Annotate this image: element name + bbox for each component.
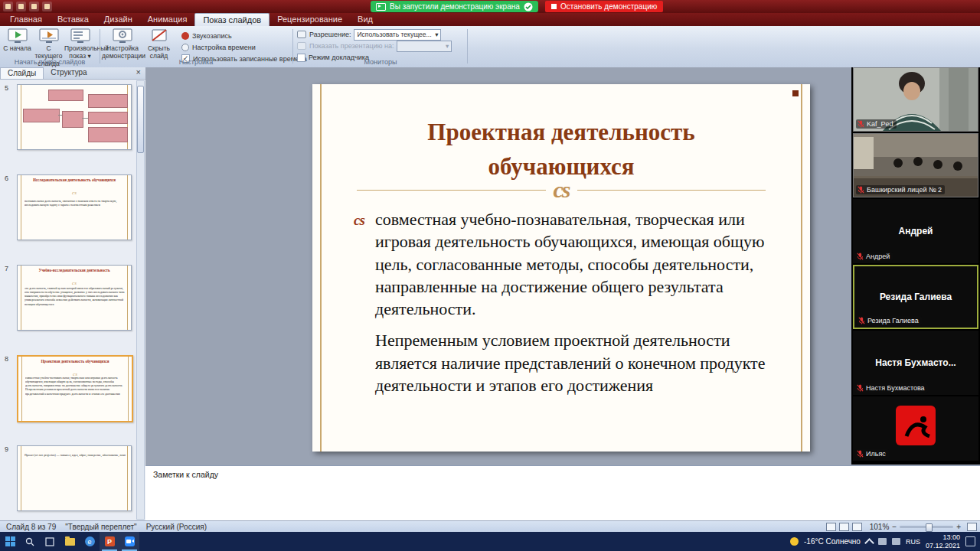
- tab-design[interactable]: Дизайн: [96, 13, 140, 26]
- tab-slideshow[interactable]: Показ слайдов: [194, 13, 270, 27]
- undo-icon[interactable]: [29, 2, 39, 11]
- record-narration-label: Звукозапись: [192, 32, 232, 40]
- zoom-slider-thumb[interactable]: [926, 523, 933, 532]
- rehearse-timings-button[interactable]: Настройка времени: [181, 42, 307, 52]
- app-icon[interactable]: [3, 2, 13, 11]
- slide-thumbnail-9[interactable]: Проект (от лат. projectus) — замысел, ид…: [17, 445, 132, 511]
- zoom-level[interactable]: 101%: [870, 523, 890, 531]
- file-explorer-button[interactable]: [60, 532, 80, 551]
- notes-pane[interactable]: Заметки к слайду: [145, 465, 980, 521]
- slide-title-line1: Проектная деятельность: [312, 115, 810, 149]
- thumb-body: Проект (от лат. projectus) — замысел, ид…: [24, 454, 127, 458]
- start-button[interactable]: [0, 532, 20, 551]
- record-narration-button[interactable]: Звукозапись: [181, 31, 307, 41]
- diagram-box: [48, 90, 83, 101]
- search-icon: [25, 537, 34, 546]
- search-button[interactable]: [20, 532, 40, 551]
- tab-review[interactable]: Рецензирование: [270, 13, 350, 26]
- resolution-combobox[interactable]: Использовать текущее... ▾: [354, 29, 441, 41]
- save-icon[interactable]: [16, 2, 26, 11]
- slides-panel: Слайды Структура × 5 6 Исследовательская…: [0, 67, 146, 520]
- clock[interactable]: 13:00 07.12.2021: [926, 533, 960, 549]
- participant-name: Андрей: [866, 253, 890, 260]
- chevron-down-icon: ▾: [446, 42, 449, 50]
- network-icon[interactable]: [878, 538, 887, 545]
- quick-access-toolbar: [3, 2, 52, 11]
- task-view-button[interactable]: [40, 532, 60, 551]
- ribbon-separator: [100, 29, 100, 64]
- slide-sorter-view-button[interactable]: [839, 523, 849, 531]
- setup-slideshow-button[interactable]: Настройка демонстрации: [102, 26, 143, 60]
- browser-icon: e: [85, 536, 95, 546]
- thumb-body: это деятельность, главной целью которой …: [24, 287, 127, 306]
- participant-label: Башкирский лицей № 2: [856, 185, 945, 194]
- powerpoint-button[interactable]: P: [100, 532, 119, 551]
- slide-position-indicator: Слайд 8 из 79: [6, 523, 56, 531]
- clock-icon: [181, 44, 189, 51]
- close-panel-button[interactable]: ×: [132, 67, 145, 79]
- monitor-current-icon: [39, 28, 59, 44]
- participant-tile-nastya[interactable]: Настя Бухмасто... Настя Бухмастова: [853, 331, 978, 395]
- tab-view[interactable]: Вид: [350, 13, 381, 26]
- action-center-icon[interactable]: [965, 536, 975, 546]
- thumb-body: познавательная деятельность, связанная с…: [24, 200, 127, 207]
- browser-button[interactable]: e: [80, 532, 100, 551]
- show-on-combobox: ▾: [397, 41, 452, 52]
- stop-sharing-button[interactable]: Остановить демонстрацию: [545, 1, 663, 12]
- hide-slide-label: Скрыть слайд: [148, 44, 170, 60]
- tray-time: 13:00: [942, 533, 960, 541]
- zoom-slider[interactable]: [900, 526, 953, 528]
- slide-thumbnail-5[interactable]: [17, 84, 132, 150]
- tab-insert[interactable]: Вставка: [50, 13, 96, 26]
- zoom-out-button[interactable]: −: [892, 523, 897, 531]
- mic-muted-icon: [858, 317, 865, 324]
- keyboard-language[interactable]: RUS: [906, 538, 920, 546]
- participant-tile-rezida-active[interactable]: Резида Галиева Резида Галиева: [853, 265, 978, 329]
- thumbnail-row: 9 Проект (от лат. projectus) — замысел, …: [0, 445, 138, 516]
- screen-share-icon: [376, 3, 386, 11]
- language-indicator[interactable]: Русский (Россия): [146, 523, 207, 531]
- slide-thumbnail-7[interactable]: Учебно-исследовательская деятельность cs…: [17, 265, 132, 331]
- volume-icon[interactable]: [892, 538, 900, 545]
- screen-share-banner: Вы запустили демонстрацию экрана: [371, 1, 538, 12]
- tray-overflow-chevron-icon[interactable]: [864, 538, 874, 548]
- zoom-in-button[interactable]: +: [956, 523, 961, 531]
- tab-home[interactable]: Главная: [2, 13, 50, 26]
- slideshow-view-button[interactable]: [852, 523, 862, 531]
- slide-thumbnail-6[interactable]: Исследовательская деятельность обучающих…: [17, 174, 132, 240]
- participant-video-kaf-ped[interactable]: Kaf_Ped: [853, 67, 978, 132]
- diagram-box: [88, 94, 128, 108]
- tab-outline[interactable]: Структура: [44, 67, 93, 79]
- ribbon-separator: [292, 29, 293, 64]
- tab-animation[interactable]: Анимация: [140, 13, 195, 26]
- slide-body-textbox[interactable]: csсовместная учебно-познавательная, твор…: [354, 208, 778, 406]
- repeat-icon[interactable]: [42, 2, 52, 11]
- participant-tile-andrey[interactable]: Андрей Андрей: [853, 199, 978, 263]
- normal-view-button[interactable]: [826, 523, 836, 531]
- slide-title[interactable]: Проектная деятельность обучающихся: [312, 115, 810, 184]
- resolution-label: Разрешение:: [309, 31, 351, 38]
- slides-panel-scrollbar[interactable]: [136, 80, 145, 520]
- mic-muted-icon: [858, 186, 864, 194]
- fit-to-window-button[interactable]: [967, 523, 977, 531]
- hide-slide-button[interactable]: Скрыть слайд: [143, 26, 175, 60]
- from-beginning-label: С начала: [3, 44, 31, 52]
- participant-video-lyceum[interactable]: Башкирский лицей № 2: [853, 133, 978, 197]
- participant-name: Kaf_Ped: [867, 120, 893, 128]
- from-beginning-button[interactable]: С начала: [2, 26, 33, 53]
- ribbon: С начала С текущего слайда Произвольный …: [0, 26, 980, 68]
- slide-corner-ornament: [792, 90, 799, 96]
- slide-canvas[interactable]: Проектная деятельность обучающихся cs cs…: [312, 84, 810, 452]
- mic-muted-icon: [857, 253, 864, 260]
- weather-widget[interactable]: -16°C Солнечно: [804, 537, 861, 546]
- thumb-title: Проектная деятельность обучающихся: [28, 360, 122, 364]
- slide-thumbnail-8-selected[interactable]: Проектная деятельность обучающихся cs со…: [17, 355, 133, 422]
- diagram-box: [88, 127, 128, 142]
- participant-name: Настя Бухмастова: [866, 384, 925, 392]
- tab-slides[interactable]: Слайды: [0, 67, 44, 79]
- scrollbar-thumb[interactable]: [137, 86, 144, 153]
- zoom-app-button[interactable]: [119, 532, 139, 551]
- title-rule: cs: [357, 182, 766, 197]
- participant-tile-ilyas[interactable]: Ильяс: [853, 396, 978, 461]
- custom-show-button[interactable]: Произвольный показ ▾: [64, 26, 96, 60]
